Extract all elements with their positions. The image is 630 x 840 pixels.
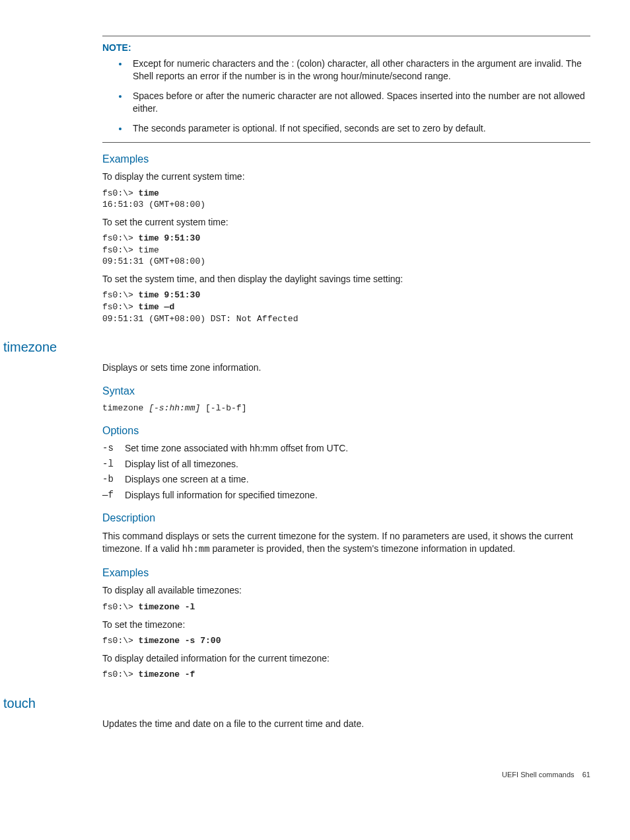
section-intro: Displays or sets time zone information. bbox=[102, 362, 590, 375]
example-intro: To set the timezone: bbox=[102, 619, 590, 632]
options-heading: Options bbox=[102, 424, 590, 438]
examples-heading: Examples bbox=[102, 566, 590, 580]
code-block: fs0:\> timezone -s 7:00 bbox=[102, 635, 590, 647]
section-heading-timezone: timezone bbox=[3, 338, 590, 356]
option-row: -bDisplays one screen at a time. bbox=[102, 473, 590, 486]
example-intro: To display detailed information for the … bbox=[102, 652, 590, 666]
description-text: This command displays or sets the curren… bbox=[102, 530, 590, 556]
section-intro: Updates the time and date on a file to t… bbox=[102, 718, 590, 731]
options-list: -sSet time zone associated with hh:mm of… bbox=[102, 442, 590, 502]
example-intro: To set the system time, and then display… bbox=[102, 273, 590, 286]
note-list: Except for numeric characters and the : … bbox=[102, 57, 590, 135]
example-intro: To display all available timezones: bbox=[102, 584, 590, 597]
syntax-heading: Syntax bbox=[102, 384, 590, 399]
list-item: Spaces before or after the numeric chara… bbox=[129, 90, 590, 116]
examples-heading: Examples bbox=[102, 152, 590, 167]
option-row: -sSet time zone associated with hh:mm of… bbox=[102, 442, 590, 455]
description-heading: Description bbox=[102, 511, 590, 525]
code-block: fs0:\> time 9:51:30 fs0:\> time —d 09:51… bbox=[102, 289, 590, 325]
syntax-line: timezone [-s:hh:mm] [-l-b-f] bbox=[102, 402, 590, 414]
note-title: NOTE: bbox=[102, 42, 590, 55]
example-intro: To set the current system time: bbox=[102, 216, 590, 229]
page-number: 61 bbox=[582, 771, 590, 779]
list-item: Except for numeric characters and the : … bbox=[129, 57, 590, 83]
page-footer: UEFI Shell commands 61 bbox=[53, 770, 590, 780]
option-row: —fDisplays full information for specifie… bbox=[102, 489, 590, 502]
note-block: NOTE: Except for numeric characters and … bbox=[102, 36, 590, 143]
code-block: fs0:\> time 9:51:30 fs0:\> time 09:51:31… bbox=[102, 233, 590, 268]
code-block: fs0:\> timezone -f bbox=[102, 669, 590, 681]
list-item: The seconds parameter is optional. If no… bbox=[129, 122, 590, 135]
example-intro: To display the current system time: bbox=[102, 171, 590, 184]
footer-text: UEFI Shell commands bbox=[502, 771, 574, 779]
divider bbox=[102, 36, 590, 36]
divider bbox=[102, 142, 590, 143]
section-heading-touch: touch bbox=[3, 694, 590, 712]
option-row: -lDisplay list of all timezones. bbox=[102, 458, 590, 471]
code-block: fs0:\> time 16:51:03 (GMT+08:00) bbox=[102, 188, 590, 211]
code-block: fs0:\> timezone -l bbox=[102, 601, 590, 613]
